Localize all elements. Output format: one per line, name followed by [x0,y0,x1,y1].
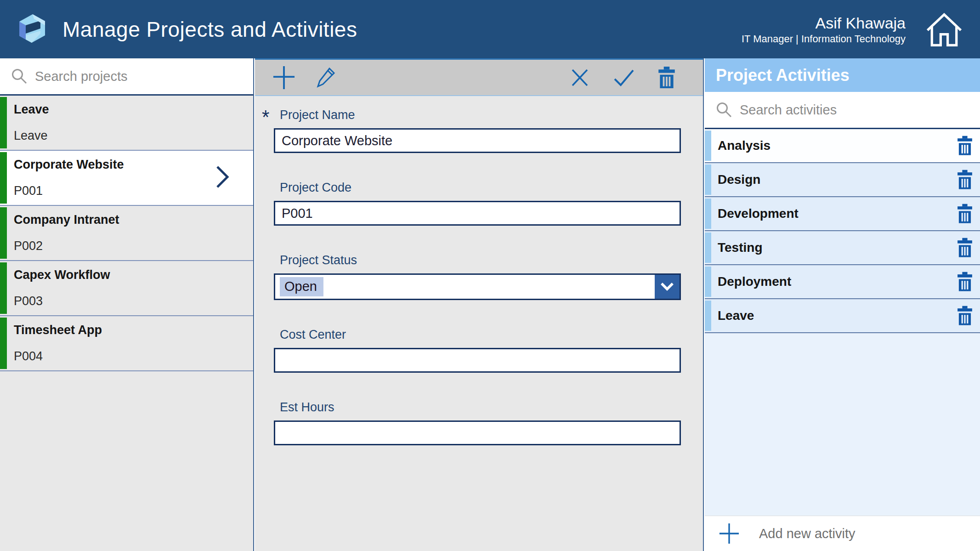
field-project-code: Project Code [274,181,703,226]
project-list-item[interactable]: Timesheet App P004 [0,316,253,371]
project-code: P003 [14,294,253,308]
activities-panel-title: Project Activities [705,58,980,92]
activity-color-bar [705,199,711,229]
search-projects-input[interactable] [35,69,253,84]
add-icon [719,523,740,545]
project-list-item[interactable]: Company Intranet P002 [0,206,253,261]
project-code-input[interactable] [274,201,681,226]
project-form: Project Name * Project Code Project Stat… [255,96,703,445]
trash-icon[interactable] [957,204,973,224]
home-icon[interactable] [925,10,963,49]
search-icon [716,102,732,118]
project-code-label: Project Code [280,181,703,195]
est-hours-input[interactable] [274,420,681,445]
add-icon[interactable] [272,65,295,90]
form-toolbar [255,58,703,96]
field-project-status: Project Status Open [274,253,703,300]
trash-icon[interactable] [957,272,973,292]
chevron-right-icon [215,165,229,191]
activity-name: Analysis [718,138,770,153]
trash-icon[interactable] [957,170,973,190]
edit-icon[interactable] [316,66,336,89]
activities-panel: Project Activities Analysis [705,58,980,551]
activity-list-item[interactable]: Testing [705,231,980,265]
chevron-down-icon [660,282,674,292]
search-activities-input[interactable] [740,102,980,118]
app-window: Manage Projects and Activities Asif Khaw… [0,0,980,551]
app-logo-icon [17,13,47,45]
activity-name: Testing [718,240,762,255]
trash-icon[interactable] [957,306,973,326]
projects-panel: Leave Leave Corporate Website P001 Compa… [0,58,254,551]
activity-color-bar [705,131,711,161]
delete-icon[interactable] [658,67,675,89]
trash-icon[interactable] [957,136,973,156]
activity-color-bar [705,301,711,331]
trash-icon[interactable] [957,238,973,258]
project-list-item-selected[interactable]: Corporate Website P001 [0,151,253,206]
activity-name: Design [718,172,760,187]
activity-color-bar [705,165,711,195]
project-status-bar [0,152,7,204]
user-role: IT Manager | Information Technology [742,33,906,45]
activity-name: Development [718,206,799,221]
project-status-bar [0,262,7,314]
activity-list-item[interactable]: Design [705,163,980,197]
project-list-item[interactable]: Capex Workflow P003 [0,261,253,316]
activities-empty-area [705,333,980,516]
user-info: Asif Khawaja IT Manager | Information Te… [742,13,906,45]
search-icon [11,68,28,85]
activity-color-bar [705,267,711,297]
add-new-activity-button[interactable]: Add new activity [705,516,980,551]
project-status-bar [0,207,7,259]
field-cost-center: Cost Center [274,328,703,373]
required-marker: * [262,106,269,128]
activity-list-item[interactable]: Development [705,197,980,231]
project-detail-panel: Project Name * Project Code Project Stat… [255,58,704,551]
activities-search-box [705,92,980,129]
cost-center-input[interactable] [274,348,681,373]
project-name: Leave [14,102,253,117]
project-name-label: Project Name [280,108,703,123]
project-name: Company Intranet [14,213,253,227]
add-activity-label: Add new activity [759,526,855,541]
activity-list-item[interactable]: Leave [705,299,980,333]
project-name: Timesheet App [14,323,253,337]
project-status-value: Open [280,277,323,296]
est-hours-label: Est Hours [280,400,703,415]
activity-name: Deployment [718,274,791,289]
project-list-item[interactable]: Leave Leave [0,96,253,151]
confirm-icon[interactable] [613,68,635,87]
project-status-bar [0,318,7,369]
app-header: Manage Projects and Activities Asif Khaw… [0,0,980,58]
project-status-label: Project Status [280,253,703,268]
project-status-dropdown[interactable]: Open [274,273,681,300]
dropdown-toggle-button[interactable] [655,275,680,299]
cost-center-label: Cost Center [280,328,703,342]
project-status-bar [0,97,7,148]
cancel-icon[interactable] [571,67,589,88]
project-name-input[interactable] [274,128,681,153]
project-code: P002 [14,239,253,253]
activity-color-bar [705,233,711,263]
activity-name: Leave [718,308,754,323]
projects-search-box [0,58,253,96]
user-name: Asif Khawaja [742,13,906,33]
field-est-hours: Est Hours [274,400,703,445]
activity-list-item[interactable]: Analysis [705,129,980,163]
activity-list-item[interactable]: Deployment [705,265,980,299]
project-name: Capex Workflow [14,268,253,282]
project-code: P004 [14,349,253,364]
page-title: Manage Projects and Activities [62,17,357,42]
field-project-name: Project Name * [274,108,703,153]
project-code: Leave [14,129,253,143]
